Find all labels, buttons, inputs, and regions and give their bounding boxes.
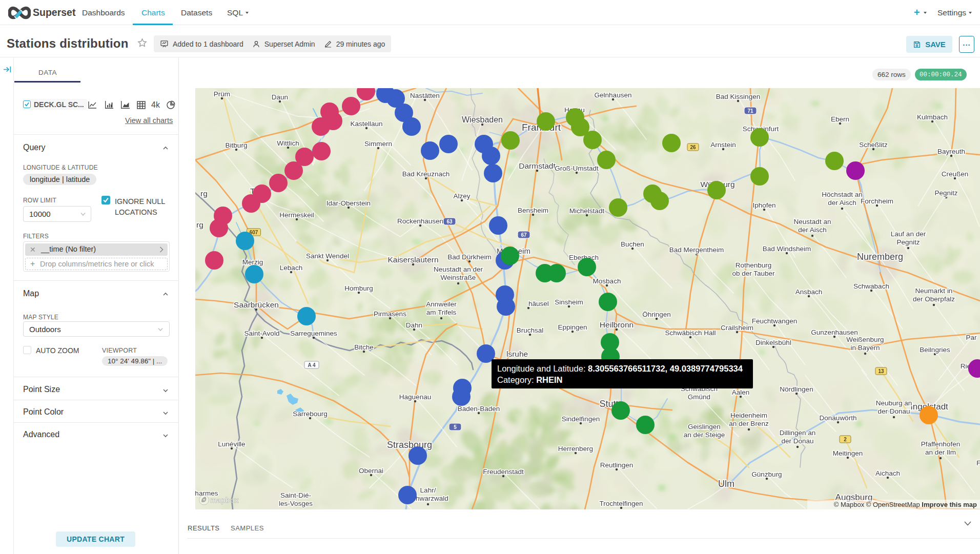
svg-text:5: 5 xyxy=(454,424,457,430)
svg-text:Lunéville: Lunéville xyxy=(218,440,245,448)
svg-text:F: F xyxy=(976,459,980,467)
svg-text:13: 13 xyxy=(878,368,884,374)
svg-text:Schwäbisch Hall: Schwäbisch Hall xyxy=(665,329,716,337)
svg-text:rg: rg xyxy=(200,189,208,198)
svg-text:Bensheim: Bensheim xyxy=(518,207,548,214)
svg-text:63: 63 xyxy=(446,219,453,224)
svg-text:Pegnitz: Pegnitz xyxy=(896,238,920,246)
svg-text:der Aisch: der Aisch xyxy=(828,199,856,207)
svg-text:Bruchsal: Bruchsal xyxy=(517,326,544,334)
svg-text:Bayreuth: Bayreuth xyxy=(937,148,965,155)
svg-text:Darmstadt: Darmstadt xyxy=(519,161,556,170)
svg-text:Bad Mergentheim: Bad Mergentheim xyxy=(669,246,724,254)
svg-text:67: 67 xyxy=(521,232,527,238)
svg-text:Schwabach: Schwabach xyxy=(853,282,889,290)
svg-text:Reutlingen: Reutlingen xyxy=(600,461,634,469)
svg-text:Dahn: Dahn xyxy=(406,321,422,329)
svg-text:Pirmasens: Pirmasens xyxy=(374,310,406,318)
svg-text:Lahr/: Lahr/ xyxy=(420,486,436,494)
svg-text:Crailsheim: Crailsheim xyxy=(721,324,753,332)
svg-text:Lebach: Lebach xyxy=(280,264,302,272)
svg-text:Scheßlitz: Scheßlitz xyxy=(859,141,888,149)
svg-text:Neustadt an: Neustadt an xyxy=(794,218,831,225)
svg-text:lsruhe: lsruhe xyxy=(506,350,528,358)
svg-text:an der Ilm: an der Ilm xyxy=(925,448,956,456)
svg-text:Heilbronn: Heilbronn xyxy=(600,320,634,329)
svg-text:Buchen: Buchen xyxy=(621,240,644,248)
svg-text:Bitburg: Bitburg xyxy=(226,141,248,149)
svg-text:Herrenberg: Herrenberg xyxy=(558,445,593,453)
svg-text:Sarreguemines: Sarreguemines xyxy=(290,330,337,337)
svg-text:Feuchtwangen: Feuchtwangen xyxy=(752,317,798,325)
svg-text:Günzburg: Günzburg xyxy=(751,470,782,478)
svg-text:Idar-Oberstein: Idar-Oberstein xyxy=(326,199,371,207)
svg-text:Michelstadt: Michelstadt xyxy=(569,207,605,215)
svg-text:les-Vosges: les-Vosges xyxy=(279,500,313,507)
svg-text:Pfaffenhofen: Pfaffenhofen xyxy=(921,440,960,448)
svg-text:Ulm: Ulm xyxy=(718,479,734,489)
svg-text:Nuremberg: Nuremberg xyxy=(857,252,903,262)
svg-text:2: 2 xyxy=(844,437,847,442)
svg-text:Hermeskeil: Hermeskeil xyxy=(279,211,314,219)
svg-text:Kastellaun: Kastellaun xyxy=(350,120,382,128)
svg-text:der Aisch: der Aisch xyxy=(798,226,827,234)
svg-text:Saarbrücken: Saarbrücken xyxy=(234,300,279,309)
svg-text:Geislingen: Geislingen xyxy=(688,423,721,430)
svg-text:der Donau: der Donau xyxy=(877,407,910,415)
svg-text:Beilngries: Beilngries xyxy=(920,346,950,354)
svg-text:Haguenau: Haguenau xyxy=(399,393,431,401)
svg-text:Nördlingen: Nördlingen xyxy=(780,385,813,393)
svg-text:Höchstadt an: Höchstadt an xyxy=(822,191,863,198)
svg-text:Strasbourg: Strasbourg xyxy=(387,440,432,450)
svg-text:Forchheim: Forchheim xyxy=(861,197,893,205)
svg-text:Saint-Dié-: Saint-Dié- xyxy=(280,491,311,499)
svg-text:Aichach: Aichach xyxy=(875,469,900,477)
svg-text:Weinstraße: Weinstraße xyxy=(441,274,476,281)
svg-text:Obernai: Obernai xyxy=(359,467,383,475)
svg-text:Creußen: Creußen xyxy=(942,170,969,178)
svg-text:Simmern: Simmern xyxy=(364,140,392,148)
svg-text:in Bayern: in Bayern xyxy=(850,344,880,352)
svg-text:Eppingen: Eppingen xyxy=(558,323,587,331)
svg-text:Ansbach: Ansbach xyxy=(795,288,823,296)
svg-text:der Donau: der Donau xyxy=(781,437,813,445)
svg-text:Heidenheim: Heidenheim xyxy=(730,412,767,419)
svg-text:Sarrebourg: Sarrebourg xyxy=(293,410,328,418)
svg-text:an der Steige: an der Steige xyxy=(684,431,725,439)
svg-text:Homburg: Homburg xyxy=(344,284,373,292)
svg-text:71: 71 xyxy=(747,108,753,114)
svg-text:Meitingen: Meitingen xyxy=(833,449,863,457)
svg-text:der Oberpfalz: der Oberpfalz xyxy=(913,295,955,303)
svg-text:Trochtelfingen: Trochtelfingen xyxy=(599,500,643,507)
svg-text:Wiesbaden: Wiesbaden xyxy=(462,115,503,124)
svg-text:an der Brenz: an der Brenz xyxy=(729,420,769,427)
svg-text:Prüm: Prüm xyxy=(214,90,230,98)
svg-text:häusel: häusel xyxy=(528,300,549,307)
svg-text:Pegnitz: Pegnitz xyxy=(934,189,957,197)
svg-text:am Trifels: am Trifels xyxy=(426,309,457,316)
svg-text:Bad Kreuznach: Bad Kreuznach xyxy=(402,170,450,178)
svg-text:Dillingen an: Dillingen an xyxy=(780,429,816,437)
svg-text:Nastätten: Nastätten xyxy=(410,92,440,99)
svg-text:Annweiler: Annweiler xyxy=(426,300,457,308)
svg-text:Öhringen: Öhringen xyxy=(642,311,671,318)
svg-text:Neumarkt in: Neumarkt in xyxy=(915,287,953,295)
svg-text:Merzig: Merzig xyxy=(242,258,263,266)
svg-text:Bad Windsheim: Bad Windsheim xyxy=(763,245,811,253)
svg-text:Sinsheim: Sinsheim xyxy=(555,298,583,306)
svg-text:Saint-Avold: Saint-Avold xyxy=(244,330,280,337)
svg-text:Sankt Wendel: Sankt Wendel xyxy=(306,252,349,260)
svg-text:Freudenstadt: Freudenstadt xyxy=(483,468,524,476)
svg-text:Weißenburg: Weißenburg xyxy=(846,336,884,343)
svg-text:Par: Par xyxy=(966,334,977,341)
svg-text:Wittlich: Wittlich xyxy=(277,139,299,147)
svg-text:Lauf an der: Lauf an der xyxy=(891,230,926,238)
svg-text:Bad Kissingen: Bad Kissingen xyxy=(716,93,760,100)
svg-text:Rockenhausen: Rockenhausen xyxy=(397,217,443,225)
svg-text:Gelnhausen: Gelnhausen xyxy=(595,91,632,99)
svg-text:Mosbach: Mosbach xyxy=(593,277,621,285)
svg-text:Iphofen: Iphofen xyxy=(752,201,775,209)
svg-text:Aalen: Aalen xyxy=(732,388,750,396)
svg-text:Ebern: Ebern xyxy=(831,115,849,123)
svg-text:Gmünd: Gmünd xyxy=(688,393,710,401)
